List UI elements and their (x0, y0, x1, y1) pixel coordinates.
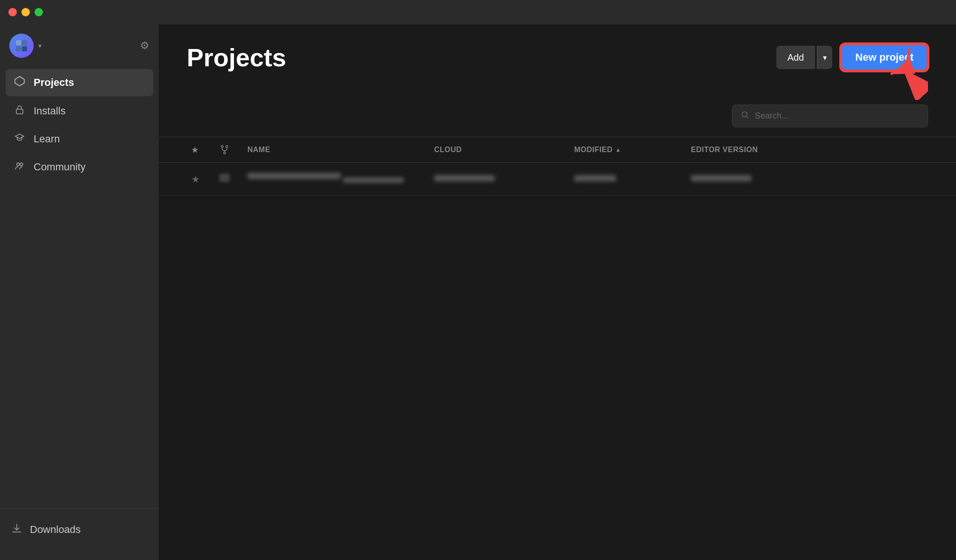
sidebar-item-learn[interactable]: Learn (6, 126, 153, 152)
col-editor-version: EDITOR VERSION (686, 137, 928, 162)
red-arrow (891, 67, 928, 100)
sidebar-footer: Downloads (0, 508, 159, 560)
svg-rect-0 (16, 40, 21, 45)
add-button[interactable]: Add (776, 46, 815, 69)
star-icon: ★ (191, 146, 198, 154)
downloads-item[interactable]: Downloads (11, 518, 148, 541)
sidebar-item-label: Community (34, 161, 85, 173)
close-button[interactable] (8, 8, 17, 16)
main-content: Projects Add ▾ New project (159, 24, 956, 560)
col-cloud: CLOUD (429, 137, 569, 162)
fullscreen-button[interactable] (35, 8, 43, 16)
minimize-button[interactable] (21, 8, 30, 16)
svg-point-11 (221, 146, 223, 147)
svg-point-7 (20, 163, 23, 166)
learn-icon (13, 133, 26, 146)
sort-icon: ▲ (615, 147, 621, 153)
user-section[interactable]: ▾ (9, 34, 42, 58)
nav-items: Projects Installs Learn (0, 69, 159, 508)
svg-point-6 (17, 163, 20, 166)
community-icon (13, 161, 26, 174)
svg-rect-1 (22, 40, 27, 45)
cell-fork (215, 168, 243, 190)
chevron-down-icon: ▾ (823, 53, 827, 62)
svg-marker-4 (15, 77, 24, 86)
projects-icon (13, 76, 26, 90)
chevron-down-icon: ▾ (38, 42, 42, 49)
cell-modified (569, 169, 686, 189)
svg-rect-2 (16, 46, 21, 51)
table-header: ★ NAME CLOUD MODIFIED ▲ EDITOR VERSION (159, 137, 956, 163)
search-container (159, 105, 956, 137)
avatar (9, 34, 34, 58)
table-row[interactable]: ★ (159, 163, 956, 196)
sidebar-item-projects[interactable]: Projects (6, 69, 153, 96)
cell-cloud (429, 169, 569, 189)
sidebar-item-community[interactable]: Community (6, 154, 153, 180)
svg-point-13 (224, 152, 225, 154)
svg-rect-3 (22, 46, 27, 51)
download-icon (11, 523, 22, 537)
col-fork (215, 137, 243, 162)
lock-icon (13, 105, 26, 118)
col-modified: MODIFIED ▲ (569, 137, 686, 162)
svg-rect-5 (16, 109, 23, 114)
titlebar (0, 0, 956, 24)
sidebar-item-label: Projects (34, 77, 74, 89)
search-bar[interactable] (732, 105, 928, 127)
projects-table: ★ NAME CLOUD MODIFIED ▲ EDITOR VERSION (159, 137, 956, 560)
search-icon (741, 111, 749, 121)
gear-icon[interactable]: ⚙ (140, 40, 149, 52)
svg-point-12 (226, 146, 228, 147)
downloads-label: Downloads (30, 524, 81, 536)
cell-name (243, 167, 429, 191)
traffic-lights (8, 8, 43, 16)
fork-icon (219, 145, 230, 155)
sidebar-item-installs[interactable]: Installs (6, 98, 153, 124)
add-dropdown-button[interactable]: ▾ (817, 46, 832, 69)
favorite-star: ★ (191, 174, 200, 184)
search-input[interactable] (755, 111, 919, 121)
cell-editor-version (686, 169, 928, 189)
cell-favorite: ★ (187, 168, 215, 190)
col-name: NAME (243, 137, 429, 162)
sidebar: ▾ ⚙ Projects Installs (0, 24, 159, 560)
sidebar-item-label: Learn (34, 133, 60, 145)
sidebar-item-label: Installs (34, 105, 65, 117)
sidebar-header: ▾ ⚙ (0, 34, 159, 69)
col-favorite: ★ (187, 137, 215, 162)
